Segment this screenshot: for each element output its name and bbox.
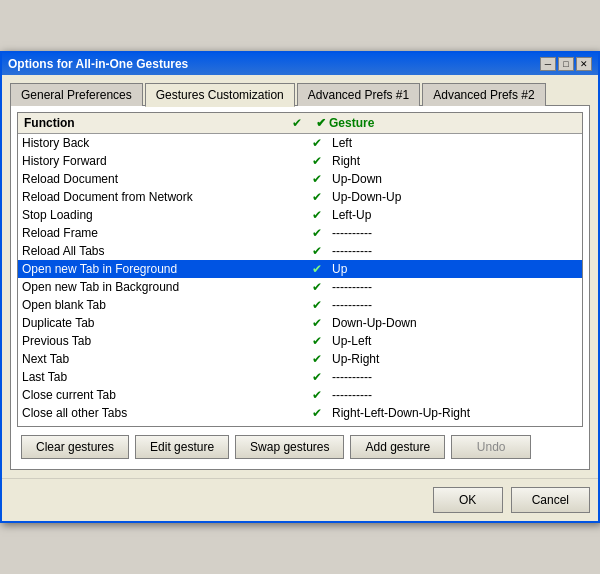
cell-check: ✔ bbox=[302, 298, 332, 312]
window-title: Options for All-in-One Gestures bbox=[8, 57, 188, 71]
cell-gesture: ---------- bbox=[332, 298, 578, 312]
cell-check: ✔ bbox=[302, 334, 332, 348]
table-row[interactable]: Stop Loading✔Left-Up bbox=[18, 206, 582, 224]
cell-gesture: ---------- bbox=[332, 244, 578, 258]
table-row[interactable]: Open blank Tab✔---------- bbox=[18, 296, 582, 314]
clear-gestures-button[interactable]: Clear gestures bbox=[21, 435, 129, 459]
maximize-button[interactable]: □ bbox=[558, 57, 574, 71]
check-icon: ✔ bbox=[312, 370, 322, 384]
cell-gesture: Up-Right bbox=[332, 352, 578, 366]
table-row[interactable]: History Back✔Left bbox=[18, 134, 582, 152]
check-icon: ✔ bbox=[312, 154, 322, 168]
cell-function: Close current Tab bbox=[22, 388, 302, 402]
column-function-header: Function bbox=[22, 116, 282, 130]
table-row[interactable]: Duplicate Tab✔Down-Up-Down bbox=[18, 314, 582, 332]
table-row[interactable]: Reload Document✔Up-Down bbox=[18, 170, 582, 188]
cell-check: ✔ bbox=[302, 388, 332, 402]
table-row[interactable]: History Forward✔Right bbox=[18, 152, 582, 170]
cell-function: Undo Close Tab bbox=[22, 424, 302, 426]
table-row[interactable]: Close all other Tabs✔Right-Left-Down-Up-… bbox=[18, 404, 582, 422]
table-row[interactable]: Reload Document from Network✔Up-Down-Up bbox=[18, 188, 582, 206]
cell-gesture: Up-Down-Up bbox=[332, 190, 578, 204]
table-row[interactable]: Previous Tab✔Up-Left bbox=[18, 332, 582, 350]
table-row[interactable]: Close current Tab✔---------- bbox=[18, 386, 582, 404]
main-window: Options for All-in-One Gestures ─ □ ✕ Ge… bbox=[0, 51, 600, 523]
close-button[interactable]: ✕ bbox=[576, 57, 592, 71]
cell-function: Reload Document from Network bbox=[22, 190, 302, 204]
column-check-header: ✔ bbox=[282, 116, 312, 130]
check-icon: ✔ bbox=[312, 172, 322, 186]
table-row[interactable]: Undo Close Tab✔---------- bbox=[18, 422, 582, 426]
table-header: Function ✔ ✔ Gesture bbox=[18, 113, 582, 134]
cell-check: ✔ bbox=[302, 262, 332, 276]
cell-function: Open new Tab in Background bbox=[22, 280, 302, 294]
cell-function: Reload Document bbox=[22, 172, 302, 186]
cell-check: ✔ bbox=[302, 352, 332, 366]
check-icon: ✔ bbox=[312, 244, 322, 258]
title-bar: Options for All-in-One Gestures ─ □ ✕ bbox=[2, 53, 598, 75]
table-row[interactable]: Last Tab✔---------- bbox=[18, 368, 582, 386]
window-controls: ─ □ ✕ bbox=[540, 57, 592, 71]
cell-gesture: ---------- bbox=[332, 226, 578, 240]
cell-function: Last Tab bbox=[22, 370, 302, 384]
cell-check: ✔ bbox=[302, 244, 332, 258]
cell-gesture: ---------- bbox=[332, 280, 578, 294]
check-icon: ✔ bbox=[312, 334, 322, 348]
ok-button[interactable]: OK bbox=[433, 487, 503, 513]
cell-function: Previous Tab bbox=[22, 334, 302, 348]
gestures-table-scroll[interactable]: Function ✔ ✔ Gesture History Back✔LeftHi… bbox=[18, 113, 582, 426]
check-icon: ✔ bbox=[312, 280, 322, 294]
gestures-table-container: Function ✔ ✔ Gesture History Back✔LeftHi… bbox=[17, 112, 583, 427]
check-icon: ✔ bbox=[312, 352, 322, 366]
cell-function: Next Tab bbox=[22, 352, 302, 366]
minimize-button[interactable]: ─ bbox=[540, 57, 556, 71]
check-icon: ✔ bbox=[312, 136, 322, 150]
table-row[interactable]: Open new Tab in Background✔---------- bbox=[18, 278, 582, 296]
tab-general[interactable]: General Preferences bbox=[10, 83, 143, 106]
cell-function: Reload Frame bbox=[22, 226, 302, 240]
check-icon: ✔ bbox=[312, 406, 322, 420]
add-gesture-button[interactable]: Add gesture bbox=[350, 435, 445, 459]
swap-gestures-button[interactable]: Swap gestures bbox=[235, 435, 344, 459]
cell-check: ✔ bbox=[302, 406, 332, 420]
tab-panel-gestures: Function ✔ ✔ Gesture History Back✔LeftHi… bbox=[10, 105, 590, 470]
cell-check: ✔ bbox=[302, 136, 332, 150]
cell-function: History Forward bbox=[22, 154, 302, 168]
cell-check: ✔ bbox=[302, 370, 332, 384]
cell-check: ✔ bbox=[302, 208, 332, 222]
table-row[interactable]: Reload Frame✔---------- bbox=[18, 224, 582, 242]
table-row[interactable]: Reload All Tabs✔---------- bbox=[18, 242, 582, 260]
table-row[interactable]: Open new Tab in Foreground✔Up bbox=[18, 260, 582, 278]
cell-check: ✔ bbox=[302, 226, 332, 240]
cell-function: Stop Loading bbox=[22, 208, 302, 222]
cancel-button[interactable]: Cancel bbox=[511, 487, 590, 513]
tab-gestures[interactable]: Gestures Customization bbox=[145, 83, 295, 107]
cell-check: ✔ bbox=[302, 316, 332, 330]
cell-gesture: Down-Up-Down bbox=[332, 316, 578, 330]
cell-check: ✔ bbox=[302, 154, 332, 168]
undo-button[interactable]: Undo bbox=[451, 435, 531, 459]
cell-function: Close all other Tabs bbox=[22, 406, 302, 420]
dialog-footer: OK Cancel bbox=[2, 478, 598, 521]
cell-gesture: Up bbox=[332, 262, 578, 276]
cell-gesture: Up-Down bbox=[332, 172, 578, 186]
edit-gesture-button[interactable]: Edit gesture bbox=[135, 435, 229, 459]
cell-gesture: ---------- bbox=[332, 370, 578, 384]
check-icon: ✔ bbox=[312, 208, 322, 222]
table-row[interactable]: Next Tab✔Up-Right bbox=[18, 350, 582, 368]
cell-gesture: Right bbox=[332, 154, 578, 168]
cell-gesture: Left-Up bbox=[332, 208, 578, 222]
cell-function: Open blank Tab bbox=[22, 298, 302, 312]
cell-gesture: ---------- bbox=[332, 424, 578, 426]
table-body: History Back✔LeftHistory Forward✔RightRe… bbox=[18, 134, 582, 426]
action-buttons: Clear gestures Edit gesture Swap gesture… bbox=[17, 427, 583, 463]
check-icon: ✔ bbox=[312, 424, 322, 426]
cell-function: Open new Tab in Foreground bbox=[22, 262, 302, 276]
tab-advanced2[interactable]: Advanced Prefs #2 bbox=[422, 83, 545, 106]
cell-check: ✔ bbox=[302, 424, 332, 426]
check-icon: ✔ bbox=[312, 262, 322, 276]
cell-gesture: Left bbox=[332, 136, 578, 150]
tab-advanced1[interactable]: Advanced Prefs #1 bbox=[297, 83, 420, 106]
check-icon: ✔ bbox=[312, 190, 322, 204]
cell-gesture: Right-Left-Down-Up-Right bbox=[332, 406, 578, 420]
